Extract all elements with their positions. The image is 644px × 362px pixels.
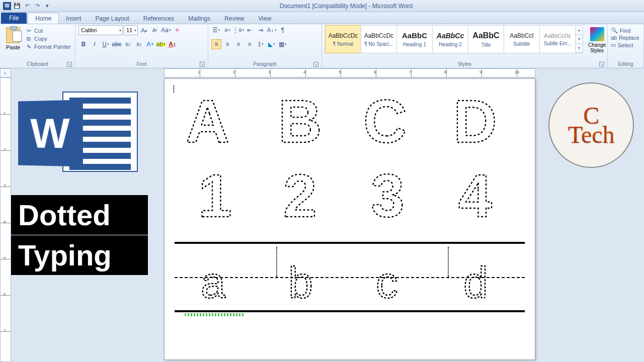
group-paragraph: ☰ ≡ ⋮≡ ⇤ ⇥ A↓ ¶ ≡ ≡ ≡ ≡ ‡ ◣ ▦ Paragraph↘ [208, 24, 322, 68]
title-bar: W 💾 ↶ ↷ ▾ Document1 [Compatibility Mode]… [0, 0, 644, 12]
styles-gallery-scroller[interactable]: ▴▾▾ [575, 25, 583, 53]
line-spacing-button[interactable]: ‡ [256, 39, 266, 49]
tab-page-layout[interactable]: Page Layout [88, 13, 136, 24]
dotted-char: b [278, 265, 334, 306]
bullets-button[interactable]: ☰ [211, 25, 221, 35]
italic-button[interactable]: I [90, 39, 100, 49]
dotted-letters-row: A B C D [175, 87, 525, 158]
text-effects-button[interactable]: A [145, 39, 155, 49]
tab-file[interactable]: File [1, 13, 27, 24]
style-normal[interactable]: AaBbCcDc¶ Normal [325, 25, 361, 53]
paste-button[interactable]: Paste [3, 25, 23, 50]
group-label-clipboard: Clipboard↘ [3, 60, 72, 68]
select-button[interactable]: ▭Select [611, 42, 639, 48]
tab-selector[interactable]: L [0, 68, 11, 77]
tab-references[interactable]: References [136, 13, 181, 24]
find-icon: 🔍 [611, 27, 618, 34]
style-heading1[interactable]: AaBbCHeading 1 [396, 25, 433, 53]
align-right-button[interactable]: ≡ [233, 39, 244, 49]
sort-button[interactable]: A↓ [267, 25, 277, 35]
dotted-char: A [181, 87, 256, 158]
redo-icon[interactable]: ↷ [33, 2, 41, 10]
vertical-ruler[interactable]: 1234567 [0, 77, 11, 362]
style-no-spacing[interactable]: AaBbCcDc¶ No Spaci... [361, 25, 397, 53]
font-name-combo[interactable]: Calibri [78, 25, 123, 35]
tracing-lines: a b c d [175, 242, 525, 312]
save-icon[interactable]: 💾 [13, 2, 21, 10]
word-logo-overlay: W [17, 86, 138, 177]
shading-button[interactable]: ◣ [267, 39, 277, 49]
find-button[interactable]: 🔍Find [611, 27, 639, 34]
replace-icon: ab [611, 35, 617, 41]
svg-text:4: 4 [458, 162, 492, 229]
dotted-char: 3 [356, 161, 431, 233]
overlay-text-dotted: Dotted [11, 195, 148, 235]
ribbon-tabs: File Home Insert Page Layout References … [0, 12, 644, 24]
clipboard-launcher-icon[interactable]: ↘ [67, 62, 72, 67]
replace-button[interactable]: abReplace [611, 35, 639, 41]
change-styles-icon [590, 27, 604, 41]
style-subtitle[interactable]: AaBbCcISubtitle [504, 25, 540, 53]
tab-review[interactable]: Review [217, 13, 251, 24]
svg-text:C: C [363, 87, 407, 155]
style-subtle-emphasis[interactable]: AaBbCcDcSubtle Em... [539, 25, 576, 53]
dotted-char: 4 [443, 161, 519, 233]
tab-home[interactable]: Home [28, 13, 59, 24]
justify-button[interactable]: ≡ [245, 39, 255, 49]
tab-mailings[interactable]: Mailings [181, 13, 217, 24]
copy-button[interactable]: ⧉Copy [25, 35, 71, 42]
document-page[interactable]: A B C D 1 2 3 4 a b c d [164, 78, 535, 360]
horizontal-ruler[interactable]: 12345678910 [164, 68, 535, 77]
copy-icon: ⧉ [25, 35, 32, 42]
bold-button[interactable]: B [78, 39, 89, 49]
group-label-font: Font↘ [78, 60, 205, 68]
qat-more-icon[interactable]: ▾ [43, 2, 51, 10]
style-heading2[interactable]: AaBbCcHeading 2 [432, 25, 468, 53]
group-label-paragraph: Paragraph↘ [211, 60, 318, 68]
tab-view[interactable]: View [252, 13, 279, 24]
decrease-indent-button[interactable]: ⇤ [245, 25, 255, 35]
align-center-button[interactable]: ≡ [222, 39, 232, 49]
dotted-char: a [191, 265, 246, 306]
grow-font-button[interactable]: A▴ [139, 25, 149, 35]
font-color-button[interactable]: A [167, 39, 177, 49]
svg-text:B: B [278, 87, 322, 155]
superscript-button[interactable]: x2 [134, 39, 144, 49]
svg-text:d: d [463, 265, 488, 305]
group-label-editing: Editing [611, 60, 640, 68]
underline-button[interactable]: U [101, 39, 111, 49]
clear-formatting-button[interactable]: ✧ [172, 25, 182, 35]
undo-icon[interactable]: ↶ [23, 2, 31, 10]
strikethrough-button[interactable]: abc [112, 39, 122, 49]
subscript-button[interactable]: x2 [123, 39, 133, 49]
dotted-char: 2 [268, 161, 344, 233]
numbering-button[interactable]: ≡ [222, 25, 232, 35]
chevron-up-icon: ▴ [576, 26, 583, 35]
word-app-icon[interactable]: W [3, 2, 11, 10]
chevron-down-icon: ▾ [576, 35, 583, 44]
paragraph-launcher-icon[interactable]: ↘ [313, 62, 318, 67]
borders-button[interactable]: ▦ [278, 39, 288, 49]
multilevel-list-button[interactable]: ⋮≡ [233, 25, 244, 35]
group-styles: AaBbCcDc¶ Normal AaBbCcDc¶ No Spaci... A… [322, 24, 608, 68]
shrink-font-button[interactable]: A▾ [150, 25, 160, 35]
font-launcher-icon[interactable]: ↘ [200, 62, 205, 67]
highlight-button[interactable]: ab [156, 39, 166, 49]
align-left-button[interactable]: ≡ [211, 39, 221, 49]
change-case-button[interactable]: Aa [161, 25, 171, 35]
tab-insert[interactable]: Insert [59, 13, 88, 24]
styles-gallery[interactable]: AaBbCcDc¶ Normal AaBbCcDc¶ No Spaci... A… [325, 25, 583, 53]
styles-launcher-icon[interactable]: ↘ [599, 62, 604, 67]
change-styles-button[interactable]: Change Styles [588, 25, 606, 53]
quick-access-toolbar: W 💾 ↶ ↷ ▾ [3, 2, 51, 10]
group-label-styles: Styles↘ [325, 60, 604, 68]
paste-label: Paste [6, 44, 20, 50]
style-title[interactable]: AaBbCTitle [468, 25, 504, 53]
format-painter-button[interactable]: ✎Format Painter [25, 43, 71, 50]
show-marks-button[interactable]: ¶ [278, 25, 288, 35]
svg-text:A: A [186, 87, 229, 155]
ribbon: Paste ✂Cut ⧉Copy ✎Format Painter Clipboa… [0, 24, 644, 68]
cut-button[interactable]: ✂Cut [25, 27, 71, 34]
font-size-combo[interactable]: 11 [124, 25, 138, 35]
increase-indent-button[interactable]: ⇥ [256, 25, 266, 35]
